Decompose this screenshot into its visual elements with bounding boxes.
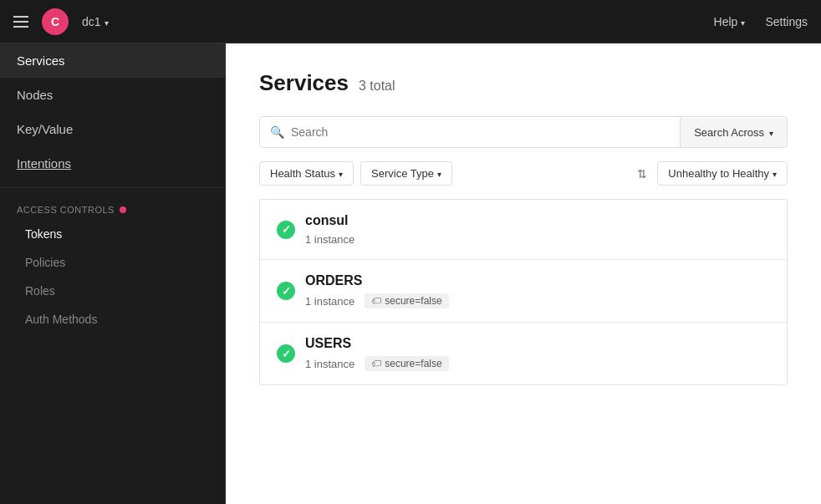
service-meta: 1 instance 🏷 secure=false xyxy=(305,356,449,371)
filters-bar: Health Status Service Type ⇅ Unhealthy t… xyxy=(259,161,788,186)
service-type-filter[interactable]: Service Type xyxy=(360,161,452,186)
service-instances: 1 instance xyxy=(305,295,354,308)
tag-icon: 🏷 xyxy=(371,295,381,307)
search-input[interactable] xyxy=(291,117,670,147)
health-status-filter[interactable]: Health Status xyxy=(259,161,354,186)
table-row[interactable]: consul 1 instance xyxy=(260,200,787,260)
sidebar-item-auth-methods[interactable]: Auth Methods xyxy=(0,305,225,333)
sidebar-item-policies[interactable]: Policies xyxy=(0,248,225,277)
access-controls-label: ACCESS CONTROLS xyxy=(0,195,225,220)
access-controls-status-dot xyxy=(120,206,126,213)
service-instances: 1 instance xyxy=(305,233,354,246)
table-row[interactable]: ORDERS 1 instance 🏷 secure=false xyxy=(260,260,787,323)
sidebar-divider xyxy=(0,187,225,188)
service-info: USERS 1 instance 🏷 secure=false xyxy=(305,336,449,371)
health-status-chevron-icon xyxy=(339,167,343,180)
service-instances: 1 instance xyxy=(305,358,354,370)
table-row[interactable]: USERS 1 instance 🏷 secure=false xyxy=(260,323,787,384)
app-logo: C xyxy=(42,8,69,35)
hamburger-menu[interactable] xyxy=(13,16,28,28)
sidebar-item-services[interactable]: Services xyxy=(0,43,225,78)
sidebar-item-intentions[interactable]: Intentions xyxy=(0,146,225,181)
service-name: consul xyxy=(305,213,354,228)
search-input-wrapper: 🔍 xyxy=(260,117,680,147)
help-menu[interactable]: Help xyxy=(714,15,746,28)
page-count: 3 total xyxy=(359,79,395,94)
sidebar-item-roles[interactable]: Roles xyxy=(0,277,225,305)
search-bar: 🔍 Search Across xyxy=(259,116,788,148)
service-meta: 1 instance xyxy=(305,233,354,246)
datacenter-selector[interactable]: dc1 xyxy=(82,15,109,28)
page-header: Services 3 total xyxy=(259,70,788,96)
search-across-button[interactable]: Search Across xyxy=(680,118,787,147)
service-type-chevron-icon xyxy=(437,167,441,180)
search-across-chevron-icon xyxy=(769,126,773,139)
settings-link[interactable]: Settings xyxy=(765,15,808,28)
page-title: Services xyxy=(259,70,349,96)
service-info: consul 1 instance xyxy=(305,213,354,246)
service-health-icon xyxy=(277,221,295,239)
sidebar: Services Nodes Key/Value Intentions ACCE… xyxy=(0,43,226,504)
sort-icon: ⇅ xyxy=(637,167,647,181)
tag-icon: 🏷 xyxy=(371,358,381,369)
service-name: ORDERS xyxy=(305,273,449,288)
sort-button[interactable]: Unhealthy to Healthy xyxy=(657,161,788,186)
service-list: consul 1 instance ORDERS 1 instance 🏷 se… xyxy=(259,199,788,385)
service-tag: 🏷 secure=false xyxy=(365,356,448,371)
main-layout: Services Nodes Key/Value Intentions ACCE… xyxy=(0,43,821,504)
sidebar-item-tokens[interactable]: Tokens xyxy=(0,220,225,248)
top-navigation: C dc1 Help Settings xyxy=(0,0,821,43)
sidebar-main-section: Services Nodes Key/Value Intentions xyxy=(0,43,225,181)
service-meta: 1 instance 🏷 secure=false xyxy=(305,293,449,308)
sidebar-item-nodes[interactable]: Nodes xyxy=(0,78,225,112)
service-tag: 🏷 secure=false xyxy=(365,293,448,308)
search-icon: 🔍 xyxy=(270,125,284,139)
service-health-icon xyxy=(277,344,295,363)
service-info: ORDERS 1 instance 🏷 secure=false xyxy=(305,273,449,308)
service-name: USERS xyxy=(305,336,449,351)
sort-chevron-icon xyxy=(773,167,777,180)
help-chevron-icon xyxy=(741,15,745,28)
service-health-icon xyxy=(277,282,295,300)
main-content: Services 3 total 🔍 Search Across Health … xyxy=(226,43,821,504)
sidebar-item-keyvalue[interactable]: Key/Value xyxy=(0,112,225,146)
datacenter-chevron-icon xyxy=(105,15,109,28)
